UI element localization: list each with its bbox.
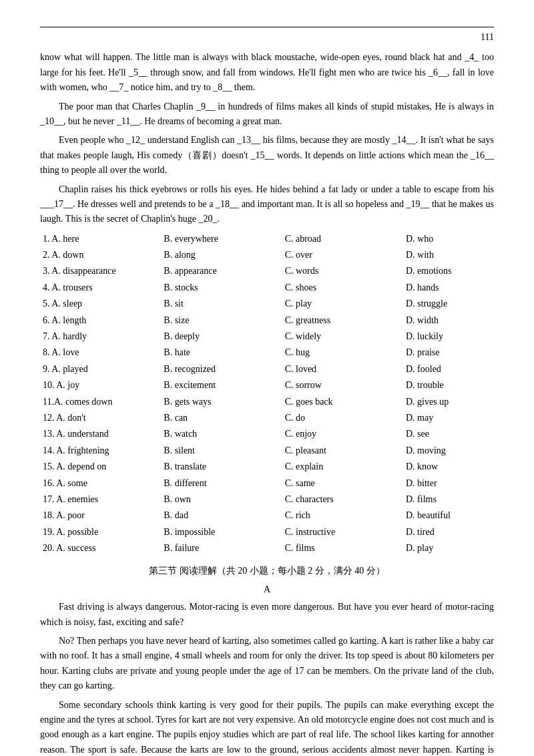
section-header: 第三节 阅读理解（共 20 小题；每小题 2 分，满分 40 分） (40, 564, 494, 578)
choice-row-20: 20. A. successB. failureC. filmsD. play (40, 540, 494, 556)
intro-paragraph-3: Even people who _12_ understand English … (40, 133, 494, 178)
choice-row-3: 3. A. disappearanceB. appearanceC. words… (40, 263, 494, 279)
intro-paragraph-4: Chaplin raises his thick eyebrows or rol… (40, 182, 494, 227)
choice-row-1: 1. A. hereB. everywhereC. abroadD. who (40, 231, 494, 247)
choice-row-10: 10. A. joyB. excitementC. sorrowD. troub… (40, 377, 494, 393)
choice-row-6: 6. A. lengthB. sizeC. greatnessD. width (40, 313, 494, 329)
intro-paragraph-2: The poor man that Charles Chaplin _9__ i… (40, 100, 494, 130)
choice-row-7: 7. A. hardlyB. deeplyC. widelyD. luckily (40, 329, 494, 345)
page-number-top: 111 (40, 27, 494, 45)
choice-row-17: 17. A. enemiesB. ownC. charactersD. film… (40, 492, 494, 508)
choice-row-19: 19. A. possibleB. impossibleC. instructi… (40, 524, 494, 540)
choice-row-2: 2. A. downB. alongC. overD. with (40, 247, 494, 263)
choice-row-12: 12. A. don'tB. canC. doD. may (40, 410, 494, 426)
choice-row-14: 14. A. frighteningB. silentC. pleasantD.… (40, 443, 494, 459)
choice-row-11: 11.A. comes downB. gets waysC. goes back… (40, 394, 494, 410)
passage-a-p3: Some secondary schools think karting is … (40, 698, 494, 756)
choice-row-15: 15. A. depend onB. translateC. explainD.… (40, 459, 494, 475)
choice-row-18: 18. A. poorB. dadC. richD. beautiful (40, 508, 494, 524)
passage-a-p2: No? Then perhaps you have never heard of… (40, 634, 494, 694)
passage-a-p1: Fast driving is always dangerous. Motor-… (40, 600, 494, 630)
choice-row-8: 8. A. loveB. hateC. hugD. praise (40, 345, 494, 361)
choice-row-4: 4. A. trousersB. stocksC. shoesD. hands (40, 280, 494, 296)
choice-row-9: 9. A. playedB. recognizedC. lovedD. fool… (40, 361, 494, 377)
choice-row-5: 5. A. sleepB. sitC. playD. struggle (40, 296, 494, 312)
section-a-label: A (40, 582, 494, 597)
choices-table: 1. A. hereB. everywhereC. abroadD. who2.… (40, 231, 494, 557)
choice-row-13: 13. A. understandB. watchC. enjoyD. see (40, 426, 494, 442)
choice-row-16: 16. A. someB. differentC. sameD. bitter (40, 476, 494, 492)
intro-paragraph-1: know what will happen. The little man is… (40, 50, 494, 95)
